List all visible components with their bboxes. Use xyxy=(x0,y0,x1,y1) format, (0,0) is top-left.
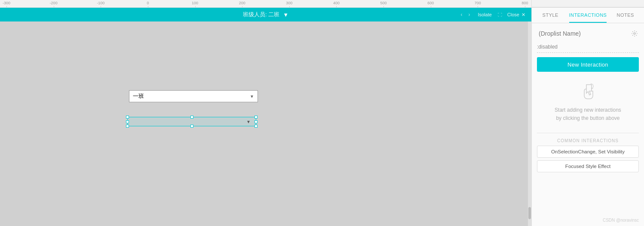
droplist-select[interactable]: 一班 ▼ xyxy=(129,90,258,102)
svg-point-0 xyxy=(634,33,635,34)
settings-icon[interactable] xyxy=(630,29,639,38)
isolate-expand-icon: ⛶ xyxy=(498,12,502,17)
droplist-name-row xyxy=(537,27,639,40)
handle-bottom-left[interactable] xyxy=(126,125,129,128)
cursor-icon xyxy=(578,81,598,102)
handle-bottom-center[interactable] xyxy=(190,125,193,128)
handle-middle-left[interactable] xyxy=(126,120,129,123)
canvas-topbar-controls: ‹ › Isolate ⛶ Close ✕ xyxy=(459,11,528,18)
disabled-label: :disabled xyxy=(537,44,639,53)
empty-state: Start adding new interactions by clickin… xyxy=(537,76,639,128)
selected-element-arrow: ▼ xyxy=(246,119,251,124)
tab-style[interactable]: STYLE xyxy=(532,8,569,23)
canvas-topbar-title: 班级人员: 二班 ▼ xyxy=(243,11,288,18)
ruler-canvas: -300-200-1000100200300400500600700800 xyxy=(0,0,531,8)
common-interactions-section: COMMON INTERACTIONS OnSelectionChange, S… xyxy=(537,138,639,175)
handle-top-center[interactable] xyxy=(190,116,193,119)
selected-element[interactable]: ▼ xyxy=(127,117,256,126)
handle-top-right[interactable] xyxy=(255,116,258,119)
topbar-dropdown-arrow[interactable]: ▼ xyxy=(283,12,288,18)
common-interactions-label: COMMON INTERACTIONS xyxy=(537,138,639,143)
droplist-component: 一班 ▼ xyxy=(129,90,258,102)
tab-interactions[interactable]: INTERACTIONS xyxy=(569,8,607,23)
isolate-button[interactable]: Isolate xyxy=(474,11,495,18)
droplist-name-input[interactable] xyxy=(537,27,628,40)
main-area: 班级人员: 二班 ▼ ‹ › Isolate ⛶ Close ✕ 一班 ▼ xyxy=(0,8,644,226)
panel-body: :disabled New Interaction xyxy=(532,23,644,214)
ruler-row: -300-200-1000100200300400500600700800 xyxy=(0,0,644,8)
selected-element-container: ▼ xyxy=(127,117,256,126)
interaction-btn-1[interactable]: Focused Style Effect xyxy=(537,160,639,172)
close-button[interactable]: Close ✕ xyxy=(505,11,528,18)
topbar-next-btn[interactable]: › xyxy=(466,11,472,18)
topbar-prev-btn[interactable]: ‹ xyxy=(459,11,464,18)
panel-footer: CSDN @noravinsc xyxy=(532,214,644,226)
empty-state-text: Start adding new interactions by clickin… xyxy=(555,106,621,122)
tab-notes[interactable]: NOTES xyxy=(607,8,644,23)
handle-middle-right[interactable] xyxy=(255,120,258,123)
canvas-scrollbar[interactable] xyxy=(528,21,531,226)
canvas-body[interactable]: 一班 ▼ ▼ xyxy=(0,21,531,226)
topbar-title-text: 班级人员: 二班 xyxy=(243,11,279,18)
interaction-btn-0[interactable]: OnSelectionChange, Set Visibility xyxy=(537,146,639,158)
select-dropdown-arrow: ▼ xyxy=(250,94,254,99)
canvas-topbar: 班级人员: 二班 ▼ ‹ › Isolate ⛶ Close ✕ xyxy=(0,8,531,21)
right-panel: STYLE INTERACTIONS NOTES xyxy=(531,8,644,226)
panel-tabs: STYLE INTERACTIONS NOTES xyxy=(532,8,644,23)
droplist-value: 一班 xyxy=(133,92,144,100)
panel-divider xyxy=(537,133,639,133)
ruler-panel-gap xyxy=(531,0,644,7)
handle-bottom-right[interactable] xyxy=(255,125,258,128)
canvas-area: 班级人员: 二班 ▼ ‹ › Isolate ⛶ Close ✕ 一班 ▼ xyxy=(0,8,531,226)
new-interaction-button[interactable]: New Interaction xyxy=(537,57,639,72)
handle-top-left[interactable] xyxy=(126,116,129,119)
canvas-scrollbar-thumb[interactable] xyxy=(528,207,531,219)
